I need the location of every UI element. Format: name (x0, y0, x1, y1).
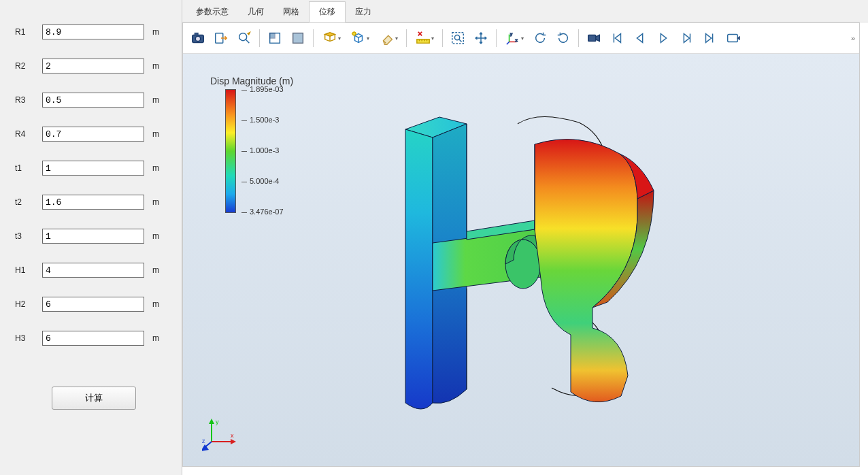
param-label-R2: R2 (15, 61, 42, 71)
svg-text:y: y (510, 32, 512, 36)
visibility-cube-icon[interactable]: ▾ (346, 27, 373, 49)
param-label-R4: R4 (15, 129, 42, 139)
param-unit-R1: m (144, 27, 169, 37)
legend-tick: 5.000e-4 (241, 177, 279, 185)
loop-icon[interactable] (722, 27, 744, 49)
param-unit-H1: m (144, 265, 169, 275)
param-label-t1: t1 (15, 163, 42, 173)
pan-icon[interactable] (470, 27, 492, 49)
svg-rect-16 (728, 35, 738, 42)
svg-marker-19 (209, 419, 214, 424)
tab-1[interactable]: 几何 (238, 2, 273, 22)
svg-rect-2 (195, 33, 198, 35)
param-label-t2: t2 (15, 197, 42, 207)
toolbar-separator (313, 29, 314, 47)
param-label-H1: H1 (15, 265, 42, 275)
legend-tick: 1.500e-3 (241, 116, 279, 124)
legend-colorbar (225, 89, 236, 213)
svg-text:x: x (515, 38, 517, 42)
step-fwd-icon[interactable] (675, 27, 697, 49)
param-unit-R3: m (144, 95, 169, 105)
param-input-H2[interactable] (42, 297, 144, 312)
param-input-R1[interactable] (42, 24, 144, 39)
param-input-R4[interactable] (42, 127, 144, 142)
param-input-H1[interactable] (42, 263, 144, 278)
dropdown-chevron-icon: ▾ (337, 35, 341, 42)
tab-4[interactable]: 应力 (346, 2, 381, 22)
rotate-ccw-icon[interactable] (529, 27, 551, 49)
tab-3[interactable]: 位移 (309, 1, 346, 22)
tab-2[interactable]: 网格 (273, 2, 309, 22)
svg-point-9 (352, 32, 356, 35)
select-mode-icon[interactable]: ▾ (318, 27, 345, 49)
dropdown-chevron-icon: ▾ (520, 35, 524, 42)
select-rect-icon[interactable] (264, 27, 286, 49)
param-input-R2[interactable] (42, 59, 144, 73)
svg-point-12 (454, 35, 459, 39)
dropdown-chevron-icon: ▾ (431, 35, 434, 42)
legend-tick: 3.476e-07 (241, 208, 284, 216)
param-label-R1: R1 (15, 27, 42, 37)
svg-point-1 (195, 36, 200, 41)
viewport-3d[interactable]: Disp Magnitude (m) 1.895e-031.500e-31.00… (183, 54, 859, 466)
dropdown-chevron-icon: ▾ (366, 35, 369, 42)
ruler-x-icon[interactable]: ▾ (411, 27, 438, 49)
param-unit-H2: m (144, 299, 169, 309)
param-unit-t2: m (144, 197, 169, 207)
param-unit-t1: m (144, 163, 169, 173)
param-input-H3[interactable] (42, 331, 144, 346)
svg-text:x: x (231, 432, 234, 439)
param-label-H2: H2 (15, 299, 42, 309)
toolbar-separator (578, 29, 579, 47)
video-camera-icon[interactable] (583, 27, 605, 49)
dropdown-chevron-icon: ▾ (395, 35, 398, 42)
svg-rect-6 (270, 33, 275, 38)
zoom-fit-icon[interactable] (447, 27, 469, 49)
param-input-R3[interactable] (42, 93, 144, 108)
param-unit-H3: m (144, 333, 169, 343)
color-legend: Disp Magnitude (m) 1.895e-031.500e-31.00… (210, 76, 293, 213)
param-input-t3[interactable] (42, 229, 144, 244)
skip-end-icon[interactable] (699, 27, 720, 49)
tab-0[interactable]: 参数示意 (186, 2, 238, 22)
svg-text:z: z (202, 438, 205, 444)
param-label-t3: t3 (15, 231, 42, 241)
eraser-icon[interactable]: ▾ (375, 27, 402, 49)
viewport-panel: ▾▾▾▾yx▾» Disp Magnitude (m) 1.895e-031.5… (182, 22, 860, 467)
camera-icon[interactable] (187, 27, 209, 49)
calculate-button[interactable]: 计算 (52, 387, 136, 410)
svg-rect-10 (416, 39, 429, 44)
svg-rect-8 (293, 33, 303, 44)
rotate-cw-icon[interactable] (552, 27, 574, 49)
select-face-icon[interactable] (287, 27, 309, 49)
toolbar-separator (442, 29, 443, 47)
svg-rect-15 (588, 35, 596, 41)
axis-triad: y x z (202, 417, 236, 451)
param-input-t1[interactable] (42, 161, 144, 176)
toolbar-separator (406, 29, 407, 47)
legend-tick: 1.895e-03 (241, 85, 284, 93)
svg-rect-11 (452, 33, 464, 44)
model-render (375, 103, 667, 416)
param-label-R3: R3 (15, 95, 42, 105)
legend-tick: 1.000e-3 (241, 146, 279, 154)
axes-icon[interactable]: yx▾ (501, 27, 528, 49)
param-label-H3: H3 (15, 333, 42, 343)
toolbar-overflow-button[interactable]: » (851, 23, 855, 53)
toolbar-separator (496, 29, 497, 47)
skip-start-icon[interactable] (606, 27, 628, 49)
svg-marker-21 (231, 439, 236, 444)
param-unit-R2: m (144, 61, 169, 71)
tab-bar: 参数示意几何网格位移应力 (182, 0, 868, 22)
step-back-icon[interactable] (629, 27, 651, 49)
param-input-t2[interactable] (42, 195, 144, 210)
toolbar: ▾▾▾▾yx▾» (183, 23, 859, 54)
svg-text:y: y (216, 419, 219, 425)
play-icon[interactable] (652, 27, 674, 49)
parameter-panel: R1mR2mR3mR4mt1mt2mt3mH1mH2mH3m 计算 (0, 0, 182, 475)
param-unit-t3: m (144, 231, 169, 241)
toolbar-separator (259, 29, 260, 47)
param-unit-R4: m (144, 129, 169, 139)
export-icon[interactable] (210, 27, 232, 49)
zoom-search-icon[interactable] (233, 27, 255, 49)
